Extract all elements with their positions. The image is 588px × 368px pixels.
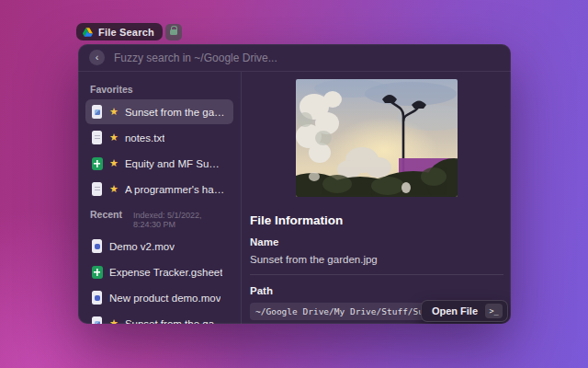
file-icon bbox=[91, 291, 103, 305]
file-row[interactable]: ★ A programmer's handbook.p... bbox=[85, 177, 233, 201]
file-icon bbox=[91, 105, 103, 119]
google-drive-icon bbox=[83, 28, 93, 37]
file-icon bbox=[91, 182, 103, 196]
file-list: Favorites ★ Sunset from the garden.jpg ★… bbox=[78, 72, 242, 324]
app-pill[interactable]: File Search bbox=[76, 23, 163, 40]
favorite-star-icon: ★ bbox=[109, 318, 119, 324]
search-input[interactable]: Fuzzy search in ~/Google Drive... bbox=[114, 52, 277, 64]
file-icon bbox=[91, 316, 103, 324]
favorites-section-header: Favorites bbox=[85, 77, 233, 99]
detail-panel: File Information Name Sunset from the ga… bbox=[242, 72, 511, 324]
file-row[interactable]: New product demo.mov bbox=[85, 285, 233, 310]
recent-title: Recent bbox=[90, 209, 122, 220]
divider bbox=[250, 274, 503, 275]
back-chevron-icon: ‹ bbox=[96, 52, 99, 63]
favorite-star-icon: ★ bbox=[109, 132, 119, 143]
favorite-star-icon: ★ bbox=[109, 158, 119, 168]
name-label: Name bbox=[250, 236, 503, 247]
back-button[interactable]: ‹ bbox=[89, 50, 105, 65]
open-file-button[interactable]: Open File >_ bbox=[421, 300, 508, 322]
favorite-star-icon: ★ bbox=[109, 184, 119, 194]
file-icon bbox=[91, 239, 103, 253]
app-badge-label: File Search bbox=[98, 27, 154, 38]
name-value: Sunset from the garden.jpg bbox=[250, 254, 503, 265]
file-icon bbox=[91, 156, 103, 170]
favorite-star-icon: ★ bbox=[109, 107, 119, 117]
file-row[interactable]: ★ Equity and MF Sum.gsheet bbox=[85, 151, 233, 176]
search-bar: ‹ Fuzzy search in ~/Google Drive... bbox=[78, 44, 511, 72]
file-search-window: ‹ Fuzzy search in ~/Google Drive... Favo… bbox=[78, 44, 511, 324]
recent-section-header: Recent Indexed: 5/1/2022, 8:24:30 PM bbox=[85, 202, 233, 234]
file-preview-image bbox=[296, 79, 458, 197]
lock-chip[interactable] bbox=[165, 24, 182, 40]
file-row[interactable]: Expense Tracker.gsheet bbox=[85, 259, 233, 284]
file-information-heading: File Information bbox=[250, 213, 503, 227]
app-badge: File Search bbox=[76, 23, 182, 40]
file-row[interactable]: ★ notes.txt bbox=[85, 125, 233, 150]
file-icon bbox=[91, 131, 103, 144]
file-row[interactable]: ★ Sunset from the garden.jpg bbox=[85, 99, 233, 124]
open-file-label: Open File bbox=[432, 305, 478, 316]
path-label: Path bbox=[250, 285, 503, 296]
indexed-timestamp: Indexed: 5/1/2022, 8:24:30 PM bbox=[133, 211, 229, 229]
lock-icon bbox=[170, 29, 177, 37]
window-body: Favorites ★ Sunset from the garden.jpg ★… bbox=[78, 72, 511, 324]
file-row[interactable]: ★ Sunset from the garden.jpg bbox=[85, 311, 233, 324]
file-row[interactable]: Demo v2.mov bbox=[85, 234, 233, 259]
file-icon bbox=[91, 265, 103, 279]
favorites-title: Favorites bbox=[90, 84, 133, 95]
enter-key-icon: >_ bbox=[485, 304, 503, 318]
